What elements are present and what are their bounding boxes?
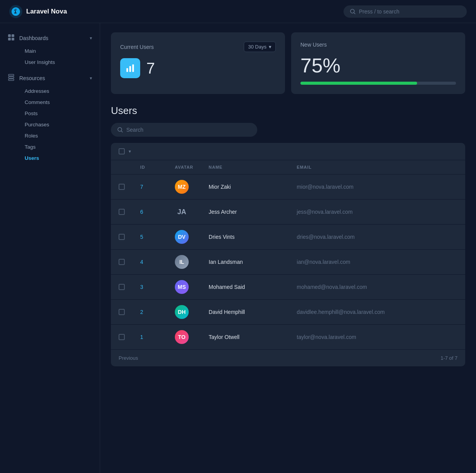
table-row: 3 MS Mohamed Said mohamed@nova.laravel.c… xyxy=(111,275,465,300)
svg-rect-10 xyxy=(129,66,131,72)
global-search-bar[interactable]: Press / to search xyxy=(344,5,467,18)
row-avatar-cell: JA xyxy=(167,200,201,225)
row-avatar-cell: DH xyxy=(167,300,201,325)
new-users-percent: 75% xyxy=(300,54,456,77)
row-email: dries@nova.laravel.com xyxy=(289,225,465,250)
avatar: MS xyxy=(175,280,189,294)
metrics-row: Current Users 30 Days ▾ 7 xyxy=(111,32,465,94)
row-id[interactable]: 1 xyxy=(132,325,167,350)
new-users-progress-bar xyxy=(300,82,456,85)
sidebar-resources-items: Addresses Comments Posts Purchases Roles… xyxy=(0,86,100,164)
users-section-title: Users xyxy=(111,105,465,117)
avatar: DH xyxy=(175,305,189,319)
sidebar-item-tags[interactable]: Tags xyxy=(17,141,100,153)
sidebar-item-main[interactable]: Main xyxy=(17,45,100,57)
table-header-row: ID AVATAR NAME EMAIL xyxy=(111,160,465,174)
svg-rect-4 xyxy=(8,38,11,40)
dashboards-icon xyxy=(8,34,15,42)
row-checkbox[interactable] xyxy=(119,309,125,315)
row-name: Jess Archer xyxy=(201,200,289,225)
metric-card-current-users: Current Users 30 Days ▾ 7 xyxy=(111,32,285,94)
current-users-icon-box xyxy=(120,58,140,78)
current-users-dropdown-value: 30 Days xyxy=(248,44,266,50)
avatar: IL xyxy=(175,255,189,269)
sidebar-dashboards-items: Main User Insights xyxy=(0,45,100,68)
svg-rect-6 xyxy=(8,74,14,76)
svg-rect-9 xyxy=(126,68,128,72)
avatar: JA xyxy=(175,205,189,219)
row-id[interactable]: 7 xyxy=(132,174,167,200)
logo-icon xyxy=(9,5,22,18)
sidebar-item-user-insights[interactable]: User Insights xyxy=(17,57,100,68)
resources-chevron-icon: ▾ xyxy=(90,75,92,81)
users-table: ID AVATAR NAME EMAIL 7 MZ Mior Zaki mior… xyxy=(111,160,465,349)
th-checkbox xyxy=(111,160,132,174)
sidebar-section-dashboards: Dashboards ▾ Main User Insights xyxy=(0,31,100,68)
users-search-container xyxy=(111,123,257,137)
row-checkbox-cell xyxy=(111,225,132,250)
svg-rect-5 xyxy=(12,38,14,40)
layout: Dashboards ▾ Main User Insights xyxy=(0,23,476,473)
table-row: 5 DV Dries Vints dries@nova.laravel.com xyxy=(111,225,465,250)
select-all-checkbox[interactable] xyxy=(119,148,125,154)
row-checkbox[interactable] xyxy=(119,259,125,265)
row-checkbox[interactable] xyxy=(119,209,125,215)
new-users-title: New Users xyxy=(300,42,327,48)
row-checkbox[interactable] xyxy=(119,184,125,190)
row-name: Mior Zaki xyxy=(201,174,289,200)
sidebar-item-comments[interactable]: Comments xyxy=(17,97,100,108)
row-id[interactable]: 5 xyxy=(132,225,167,250)
table-toolbar: ▾ xyxy=(111,143,465,160)
sidebar-section-header-resources[interactable]: Resources ▾ xyxy=(0,71,100,86)
row-name: Dries Vints xyxy=(201,225,289,250)
table-row: 2 DH David Hemphill davidlee.hemphill@no… xyxy=(111,300,465,325)
users-search-input[interactable] xyxy=(126,127,251,133)
avatar: TO xyxy=(175,330,189,344)
sidebar: Dashboards ▾ Main User Insights xyxy=(0,23,100,473)
table-row: 4 IL Ian Landsman ian@nova.laravel.com xyxy=(111,250,465,275)
row-avatar-cell: MS xyxy=(167,275,201,300)
sidebar-item-addresses[interactable]: Addresses xyxy=(17,86,100,97)
pagination-prev-button[interactable]: Previous xyxy=(119,355,138,361)
row-id[interactable]: 4 xyxy=(132,250,167,275)
row-checkbox[interactable] xyxy=(119,284,125,290)
row-checkbox[interactable] xyxy=(119,234,125,240)
users-table-container: ▾ ID AVATAR NAME EMAIL 7 xyxy=(111,143,465,366)
row-checkbox-cell xyxy=(111,200,132,225)
row-avatar-cell: TO xyxy=(167,325,201,350)
sidebar-item-roles[interactable]: Roles xyxy=(17,130,100,141)
row-email: davidlee.hemphill@nova.laravel.com xyxy=(289,300,465,325)
row-checkbox-cell xyxy=(111,325,132,350)
sidebar-item-users[interactable]: Users xyxy=(17,153,100,164)
row-id[interactable]: 6 xyxy=(132,200,167,225)
svg-rect-2 xyxy=(8,34,11,37)
topnav: Laravel Nova Press / to search xyxy=(0,0,476,23)
row-name: Mohamed Said xyxy=(201,275,289,300)
row-email: mior@nova.laravel.com xyxy=(289,174,465,200)
row-name: Taylor Otwell xyxy=(201,325,289,350)
svg-rect-11 xyxy=(132,64,134,72)
table-row: 7 MZ Mior Zaki mior@nova.laravel.com xyxy=(111,174,465,200)
row-avatar-cell: DV xyxy=(167,225,201,250)
row-avatar-cell: MZ xyxy=(167,174,201,200)
row-name: David Hemphill xyxy=(201,300,289,325)
logo[interactable]: Laravel Nova xyxy=(9,5,67,18)
row-name: Ian Landsman xyxy=(201,250,289,275)
global-search-placeholder: Press / to search xyxy=(359,8,399,15)
table-row: 1 TO Taylor Otwell taylor@nova.laravel.c… xyxy=(111,325,465,350)
row-checkbox-cell xyxy=(111,275,132,300)
sidebar-section-header-dashboards[interactable]: Dashboards ▾ xyxy=(0,31,100,45)
dropdown-chevron-icon: ▾ xyxy=(269,44,272,50)
row-email: ian@nova.laravel.com xyxy=(289,250,465,275)
table-row: 6 JA Jess Archer jess@nova.laravel.com xyxy=(111,200,465,225)
row-id[interactable]: 2 xyxy=(132,300,167,325)
sidebar-item-purchases[interactable]: Purchases xyxy=(17,119,100,130)
bar-chart-icon xyxy=(125,63,135,73)
svg-rect-3 xyxy=(12,34,14,37)
select-dropdown-icon[interactable]: ▾ xyxy=(129,149,131,154)
current-users-dropdown[interactable]: 30 Days ▾ xyxy=(244,42,276,52)
users-search-icon xyxy=(117,127,123,133)
sidebar-item-posts[interactable]: Posts xyxy=(17,108,100,119)
row-checkbox[interactable] xyxy=(119,334,125,340)
row-id[interactable]: 3 xyxy=(132,275,167,300)
